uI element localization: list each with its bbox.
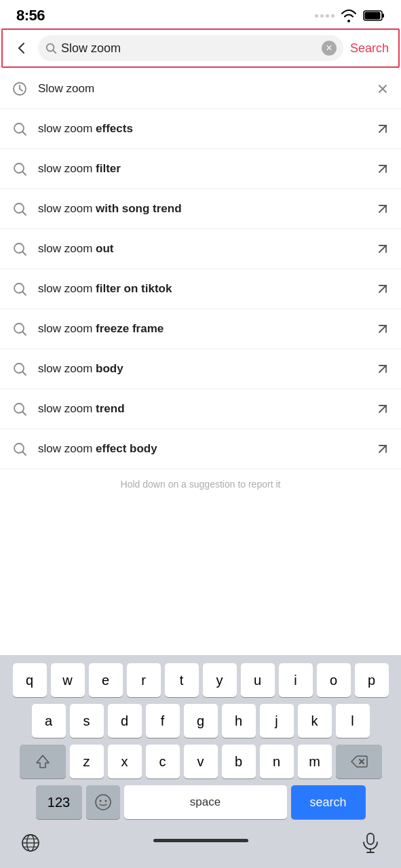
keyboard-key-f[interactable]: f bbox=[146, 704, 180, 738]
search-button[interactable]: Search bbox=[349, 41, 390, 56]
keyboard-key-k[interactable]: k bbox=[298, 704, 332, 738]
svg-line-41 bbox=[23, 372, 26, 376]
search-icon bbox=[11, 160, 28, 178]
keyboard-numbers-key[interactable]: 123 bbox=[36, 785, 82, 819]
history-icon bbox=[11, 80, 28, 98]
keyboard-key-w[interactable]: w bbox=[51, 663, 85, 697]
arrow-icon bbox=[375, 121, 390, 136]
suggestion-item[interactable]: slow zoom trend bbox=[0, 389, 401, 429]
suggestion-text: slow zoom filter on tiktok bbox=[38, 282, 366, 296]
suggestion-item[interactable]: slow zoom out bbox=[0, 229, 401, 269]
keyboard-key-t[interactable]: t bbox=[165, 663, 199, 697]
keyboard-key-x[interactable]: x bbox=[108, 745, 142, 778]
suggestion-list: Slow zoom slow zoom effects slow zoom fi… bbox=[0, 69, 401, 469]
arrow-icon bbox=[375, 321, 390, 336]
suggestion-item[interactable]: slow zoom with song trend bbox=[0, 189, 401, 229]
suggestion-item[interactable]: slow zoom effect body bbox=[0, 429, 401, 469]
suggestion-item[interactable]: slow zoom body bbox=[0, 349, 401, 389]
suggestion-text: slow zoom with song trend bbox=[38, 202, 366, 216]
arrow-icon bbox=[375, 201, 390, 216]
mic-icon[interactable] bbox=[359, 831, 382, 854]
svg-line-44 bbox=[379, 366, 386, 372]
svg-point-58 bbox=[96, 795, 111, 810]
back-button[interactable] bbox=[11, 37, 33, 59]
keyboard-row-1: asdfghjkl bbox=[3, 704, 398, 738]
keyboard-key-r[interactable]: r bbox=[127, 663, 161, 697]
suggestion-text: slow zoom trend bbox=[38, 402, 366, 416]
arrow-icon bbox=[375, 281, 390, 296]
keyboard-row-0: qwertyuiop bbox=[3, 663, 398, 697]
search-input-wrap[interactable]: Slow zoom bbox=[38, 35, 343, 61]
status-icons bbox=[315, 9, 385, 22]
keyboard-emoji-key[interactable] bbox=[86, 785, 120, 819]
keyboard-key-u[interactable]: u bbox=[241, 663, 275, 697]
keyboard-key-i[interactable]: i bbox=[279, 663, 313, 697]
remove-history-icon[interactable] bbox=[375, 81, 390, 96]
status-bar: 8:56 bbox=[0, 0, 401, 28]
keyboard-key-m[interactable]: m bbox=[298, 745, 332, 778]
keyboard-delete-key[interactable] bbox=[336, 745, 382, 778]
keyboard-key-p[interactable]: p bbox=[355, 663, 389, 697]
suggestion-text: slow zoom effect body bbox=[38, 442, 366, 456]
arrow-icon bbox=[375, 361, 390, 376]
svg-marker-55 bbox=[37, 755, 49, 768]
suggestion-text: slow zoom freeze frame bbox=[38, 322, 366, 336]
hint-text: Hold down on a suggestion to report it bbox=[0, 469, 401, 494]
search-icon bbox=[11, 240, 28, 258]
search-icon bbox=[11, 440, 28, 458]
keyboard-key-q[interactable]: q bbox=[13, 663, 47, 697]
suggestion-item[interactable]: Slow zoom bbox=[0, 69, 401, 109]
svg-line-34 bbox=[379, 285, 386, 292]
keyboard-key-d[interactable]: d bbox=[108, 704, 142, 738]
suggestion-item[interactable]: slow zoom filter on tiktok bbox=[0, 269, 401, 309]
keyboard-shift-key[interactable] bbox=[20, 745, 66, 778]
keyboard-bottom-row: 123 space search bbox=[3, 785, 398, 819]
svg-line-29 bbox=[379, 245, 386, 252]
keyboard-key-h[interactable]: h bbox=[222, 704, 256, 738]
search-icon bbox=[11, 400, 28, 418]
svg-point-59 bbox=[99, 800, 101, 802]
globe-icon[interactable] bbox=[19, 831, 42, 854]
svg-line-24 bbox=[379, 205, 386, 212]
search-icon bbox=[11, 200, 28, 218]
suggestion-text: slow zoom effects bbox=[38, 122, 366, 136]
svg-line-54 bbox=[379, 446, 386, 452]
keyboard-key-l[interactable]: l bbox=[336, 704, 370, 738]
keyboard-key-n[interactable]: n bbox=[260, 745, 294, 778]
svg-rect-1 bbox=[382, 14, 384, 18]
keyboard-key-g[interactable]: g bbox=[184, 704, 218, 738]
keyboard-key-v[interactable]: v bbox=[184, 745, 218, 778]
suggestion-text: slow zoom filter bbox=[38, 162, 366, 176]
suggestion-item[interactable]: slow zoom freeze frame bbox=[0, 309, 401, 349]
arrow-icon bbox=[375, 241, 390, 256]
status-time: 8:56 bbox=[16, 7, 45, 24]
svg-line-19 bbox=[379, 165, 386, 172]
svg-line-4 bbox=[53, 50, 56, 53]
svg-line-14 bbox=[379, 125, 386, 132]
svg-rect-2 bbox=[365, 12, 381, 20]
keyboard-search-key[interactable]: search bbox=[291, 785, 366, 819]
keyboard-key-z[interactable]: z bbox=[70, 745, 104, 778]
keyboard-space-key[interactable]: space bbox=[124, 785, 287, 819]
svg-point-60 bbox=[104, 800, 107, 802]
search-bar-row: Slow zoom Search bbox=[1, 28, 400, 68]
keyboard-bottom-bar bbox=[3, 825, 398, 865]
svg-line-49 bbox=[379, 406, 386, 412]
keyboard-key-o[interactable]: o bbox=[317, 663, 351, 697]
keyboard-key-c[interactable]: c bbox=[146, 745, 180, 778]
search-icon bbox=[11, 120, 28, 138]
search-icon bbox=[11, 320, 28, 338]
keyboard-key-e[interactable]: e bbox=[89, 663, 123, 697]
suggestion-item[interactable]: slow zoom filter bbox=[0, 149, 401, 189]
keyboard-key-a[interactable]: a bbox=[32, 704, 66, 738]
arrow-icon bbox=[375, 161, 390, 176]
clear-button[interactable] bbox=[322, 41, 337, 56]
keyboard-key-b[interactable]: b bbox=[222, 745, 256, 778]
keyboard-key-j[interactable]: j bbox=[260, 704, 294, 738]
svg-line-11 bbox=[23, 132, 26, 136]
keyboard-key-s[interactable]: s bbox=[70, 704, 104, 738]
search-input[interactable]: Slow zoom bbox=[61, 41, 318, 56]
suggestion-item[interactable]: slow zoom effects bbox=[0, 109, 401, 149]
keyboard-key-y[interactable]: y bbox=[203, 663, 237, 697]
svg-line-36 bbox=[23, 332, 26, 336]
